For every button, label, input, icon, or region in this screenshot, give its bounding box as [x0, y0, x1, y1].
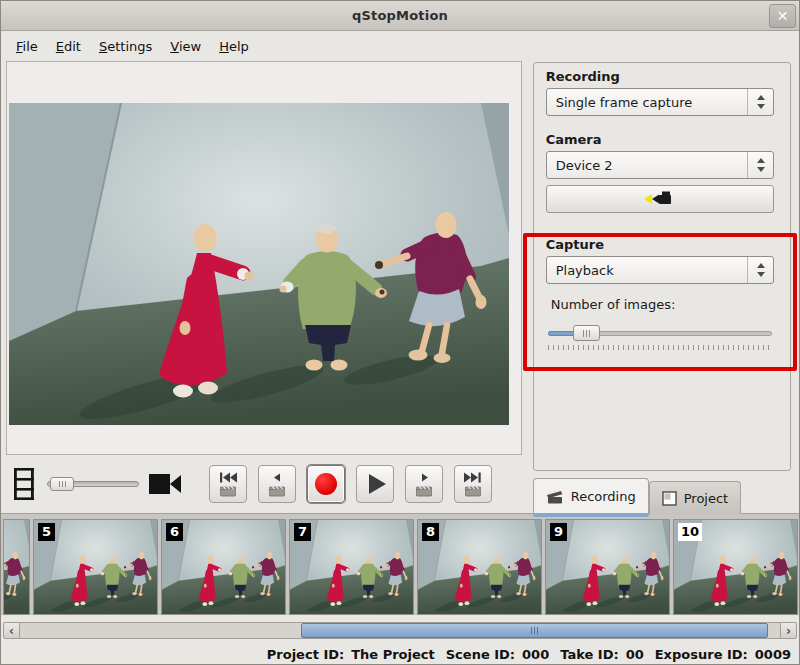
capture-function-combobox[interactable]: Playback: [546, 256, 774, 284]
recording-group-label: Recording: [546, 69, 774, 84]
chevron-updown-icon[interactable]: [747, 152, 773, 178]
titlebar[interactable]: qStopMotion ✕: [1, 1, 799, 31]
thumbnail-frame-6[interactable]: 6: [161, 519, 286, 615]
exposure-id-value: 0009: [755, 647, 791, 662]
skip-to-end-icon: [463, 472, 483, 483]
left-column: [1, 61, 528, 513]
recording-mode-value: Single frame capture: [556, 95, 693, 110]
slider-ticks: [548, 345, 772, 350]
qstopmotion-window: qStopMotion ✕ File Edit Settings View He…: [0, 0, 800, 665]
frame-number-badge: 5: [38, 523, 55, 541]
capture-group-label: Capture: [546, 237, 774, 252]
clapper-mini-icon: [416, 485, 432, 497]
recording-mode-combobox[interactable]: Single frame capture: [546, 88, 774, 116]
statusbar: Project ID: The Project Scene ID: 000 Ta…: [1, 643, 799, 665]
scene-id-label: Scene ID:: [446, 647, 515, 662]
panel-tabs: Recording Project: [533, 471, 799, 514]
number-of-images-label: Number of images:: [551, 297, 774, 312]
tab-project[interactable]: Project: [649, 481, 741, 514]
clapper-mini-icon: [220, 485, 236, 497]
first-frame-button[interactable]: [209, 465, 247, 503]
video-camera-icon: [147, 469, 183, 499]
frame-number-badge: 7: [294, 523, 311, 541]
capture-function-value: Playback: [556, 263, 614, 278]
filmstrip-scrollbar[interactable]: ‹ ›: [3, 622, 797, 639]
film-strip-icon: [11, 465, 37, 503]
scene-id-value: 000: [522, 647, 549, 662]
play-button[interactable]: [356, 465, 394, 503]
chevron-updown-icon[interactable]: [747, 257, 773, 283]
menu-file[interactable]: File: [7, 35, 47, 58]
take-id-label: Take ID:: [560, 647, 618, 662]
menu-edit[interactable]: Edit: [47, 35, 90, 58]
step-forward-icon: [414, 472, 434, 483]
main-area: Recording Single frame capture Camera De…: [1, 61, 799, 513]
skip-to-start-icon: [218, 472, 238, 483]
camera-device-value: Device 2: [556, 158, 613, 173]
thumbnail-frame-10[interactable]: 10: [673, 519, 798, 615]
exposure-id-label: Exposure ID:: [655, 647, 748, 662]
step-back-icon: [267, 472, 287, 483]
number-of-images-slider[interactable]: [546, 325, 774, 341]
project-id-label: Project ID:: [267, 647, 344, 662]
scroll-left-arrow[interactable]: ‹: [4, 623, 20, 638]
scroll-right-arrow[interactable]: ›: [780, 623, 796, 638]
filmstrip-scroll-row: ‹ ›: [1, 615, 799, 643]
project-icon: [662, 491, 677, 506]
take-id-value: 00: [626, 647, 644, 662]
thumbnail-frame-7[interactable]: 7: [289, 519, 414, 615]
menubar: File Edit Settings View Help: [1, 31, 799, 61]
thumbnail-partial[interactable]: [3, 519, 30, 615]
play-icon: [369, 474, 386, 494]
camera-group-label: Camera: [546, 132, 774, 147]
clapper-mini-icon: [269, 485, 285, 497]
camera-device-combobox[interactable]: Device 2: [546, 151, 774, 179]
tab-recording[interactable]: Recording: [533, 478, 649, 514]
chevron-right-icon: ›: [786, 624, 791, 638]
previous-frame-button[interactable]: [258, 465, 296, 503]
recording-panel: Recording Single frame capture Camera De…: [533, 62, 791, 471]
clapper-mini-icon: [465, 485, 481, 497]
camera-capture-icon: [643, 190, 677, 208]
thumbnail-frame-9[interactable]: 9: [545, 519, 670, 615]
images-slider-handle[interactable]: [573, 325, 600, 341]
mix-slider-handle[interactable]: [50, 477, 74, 491]
project-id-value: The Project: [351, 647, 435, 662]
camera-live-view: [9, 103, 509, 425]
menu-help[interactable]: Help: [210, 35, 258, 58]
thumbnail-frame-5[interactable]: 5: [33, 519, 158, 615]
playback-buttons: [209, 465, 492, 503]
record-button[interactable]: [307, 465, 345, 503]
tab-recording-label: Recording: [571, 489, 636, 504]
menu-settings[interactable]: Settings: [90, 35, 161, 58]
frame-number-badge: 10: [678, 523, 702, 541]
playback-toolbar: [1, 455, 528, 513]
record-icon: [315, 473, 337, 495]
close-button[interactable]: ✕: [769, 4, 796, 28]
scrollbar-thumb[interactable]: [301, 623, 768, 638]
window-title: qStopMotion: [352, 8, 448, 23]
preview-panel: [6, 61, 522, 455]
chevron-left-icon: ‹: [9, 624, 14, 638]
thumbnail-frame-8[interactable]: 8: [417, 519, 542, 615]
thumbnail-image: [3, 520, 30, 614]
frame-number-badge: 8: [422, 523, 439, 541]
next-frame-button[interactable]: [405, 465, 443, 503]
filmstrip: 5 6 7 8 9 10: [1, 513, 799, 615]
capture-group: Capture Playback Number of images:: [546, 237, 774, 350]
right-column: Recording Single frame capture Camera De…: [528, 61, 799, 513]
clapper-icon: [546, 490, 564, 504]
frame-number-badge: 6: [166, 523, 183, 541]
menu-view[interactable]: View: [161, 35, 210, 58]
frame-number-badge: 9: [550, 523, 567, 541]
camera-toggle-button[interactable]: [546, 185, 774, 213]
chevron-updown-icon[interactable]: [747, 89, 773, 115]
image-mix-slider[interactable]: [47, 476, 139, 492]
tab-project-label: Project: [684, 491, 728, 506]
last-frame-button[interactable]: [454, 465, 492, 503]
close-icon: ✕: [777, 8, 789, 24]
